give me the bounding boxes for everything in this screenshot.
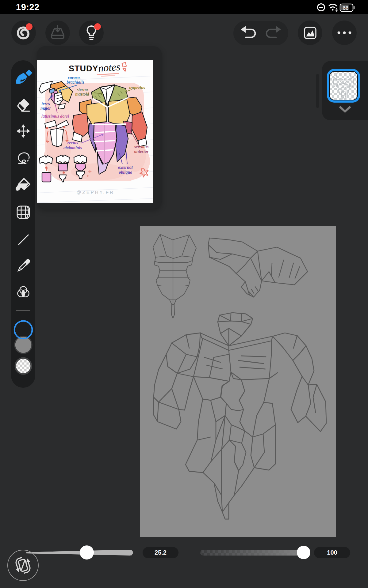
svg-text:teres: teres (41, 101, 50, 106)
svg-text:sterno-: sterno- (77, 87, 90, 92)
svg-text:external: external (118, 165, 133, 170)
svg-text:major: major (40, 106, 51, 111)
svg-text:mastoid: mastoid (75, 92, 89, 96)
svg-text:notes: notes (98, 61, 121, 74)
svg-text:brachialis: brachialis (67, 80, 84, 85)
svg-text:anterior: anterior (134, 149, 149, 154)
svg-text:66: 66 (343, 5, 349, 11)
svg-text:serratus: serratus (134, 145, 149, 149)
svg-text:coraco-: coraco- (68, 75, 81, 80)
svg-text:rectus: rectus (67, 141, 79, 145)
svg-text:abdominis: abdominis (63, 145, 82, 150)
svg-text:latissimus dorsi: latissimus dorsi (41, 114, 69, 119)
svg-text:STUDY: STUDY (69, 64, 98, 73)
svg-text:oblique: oblique (119, 170, 132, 175)
svg-text:@ZEPHY.FR: @ZEPHY.FR (76, 190, 114, 195)
